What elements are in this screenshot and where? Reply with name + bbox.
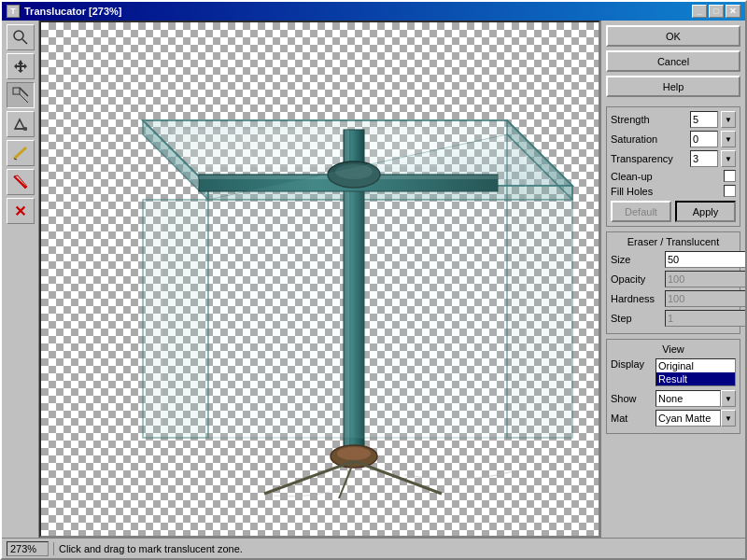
fill-holes-label: Fill Holes	[611, 186, 720, 197]
mat-dropdown-btn[interactable]: ▼	[721, 410, 736, 427]
strength-row: Strength ▼	[611, 111, 736, 128]
cleanup-checkbox[interactable]	[724, 170, 736, 182]
svg-marker-2	[14, 60, 27, 73]
pencil-tool[interactable]	[7, 140, 35, 166]
show-dropdown-btn[interactable]: ▼	[721, 390, 736, 407]
eraser-step-row: Step ▼	[611, 310, 736, 327]
cleanup-row: Clean-up	[611, 170, 736, 182]
mat-dropdown-container: Cyan Matte ▼	[655, 410, 736, 427]
svg-line-8	[14, 147, 26, 159]
display-result[interactable]: Result	[656, 372, 735, 385]
eraser-size-row: Size ▼	[611, 251, 736, 268]
strength-input[interactable]	[690, 111, 718, 128]
main-window: T Translucator [273%] _ □ ✕	[0, 0, 747, 560]
show-row: Show None ▼	[611, 390, 736, 407]
minimize-button[interactable]: _	[692, 5, 707, 18]
status-separator	[53, 542, 54, 555]
fill-holes-row: Fill Holes	[611, 185, 736, 197]
eraser-group-title: Eraser / Translucent	[611, 236, 736, 247]
cleanup-label: Clean-up	[611, 171, 720, 182]
canvas-svg	[49, 36, 591, 522]
eraser-step-input	[665, 310, 745, 327]
transparency-label: Transparency	[611, 153, 687, 164]
saturation-dropdown[interactable]: ▼	[721, 131, 736, 147]
title-bar: T Translucator [273%] _ □ ✕	[2, 2, 745, 21]
mat-value[interactable]: Cyan Matte	[655, 410, 721, 427]
eraser-opacity-row: Opacity ▼	[611, 271, 736, 287]
mat-row: Mat Cyan Matte ▼	[611, 410, 736, 427]
eraser-step-label: Step	[611, 313, 662, 324]
fill-holes-checkbox[interactable]	[724, 185, 736, 197]
mat-label: Mat	[611, 413, 653, 424]
maximize-button[interactable]: □	[709, 5, 724, 18]
title-bar-controls: _ □ ✕	[692, 5, 740, 18]
svg-marker-29	[143, 200, 208, 438]
apply-button[interactable]: Apply	[675, 201, 736, 222]
fill-tool[interactable]	[7, 111, 35, 137]
show-dropdown-container: None ▼	[655, 390, 736, 407]
show-label: Show	[611, 393, 653, 404]
zoom-level: 273%	[7, 541, 49, 556]
canvas-area[interactable]	[39, 21, 600, 538]
display-label: Display	[611, 358, 653, 370]
window-title: Translucator [273%]	[24, 6, 122, 17]
eraser-opacity-label: Opacity	[611, 273, 662, 285]
saturation-label: Saturation	[611, 133, 687, 145]
show-value[interactable]: None	[655, 390, 721, 407]
default-button[interactable]: Default	[611, 201, 671, 222]
settings-group: Strength ▼ Saturation ▼ Transparency ▼	[606, 106, 740, 227]
strength-dropdown[interactable]: ▼	[721, 111, 736, 128]
svg-point-25	[337, 447, 371, 460]
status-message: Click and drag to mark translucent zone.	[59, 543, 243, 554]
app-icon: T	[7, 5, 20, 18]
display-row: Display Original Result	[611, 358, 736, 386]
smudge-tool[interactable]	[7, 169, 35, 195]
svg-point-0	[14, 31, 23, 40]
status-bar: 273% Click and drag to mark translucent …	[2, 538, 745, 558]
eraser-group: Eraser / Translucent Size ▼ Opacity ▼ Ha…	[606, 231, 740, 334]
svg-line-26	[264, 461, 354, 494]
display-list[interactable]: Original Result	[655, 358, 736, 386]
close-button[interactable]: ✕	[726, 5, 740, 18]
eraser-opacity-input	[665, 271, 745, 287]
cancel-button[interactable]: Cancel	[606, 50, 740, 72]
svg-line-1	[22, 39, 27, 44]
svg-rect-3	[13, 88, 20, 94]
eraser-hardness-label: Hardness	[611, 293, 662, 304]
zoom-tool[interactable]	[7, 24, 35, 50]
dialog-buttons: OK Cancel Help	[606, 25, 740, 97]
transparency-dropdown[interactable]: ▼	[721, 150, 736, 167]
view-group: View Display Original Result Show None ▼	[606, 339, 740, 434]
help-button[interactable]: Help	[606, 76, 740, 97]
title-bar-text: T Translucator [273%]	[7, 5, 122, 18]
view-group-title: View	[611, 343, 736, 355]
delete-tool[interactable]: ✕	[7, 198, 35, 224]
saturation-input[interactable]	[690, 131, 718, 147]
saturation-row: Saturation ▼	[611, 131, 736, 147]
brush-tool[interactable]	[7, 82, 35, 108]
eraser-size-input[interactable]	[665, 251, 745, 268]
strength-label: Strength	[611, 114, 687, 125]
transparency-row: Transparency ▼	[611, 150, 736, 167]
move-tool[interactable]	[7, 53, 35, 79]
eraser-hardness-input	[665, 290, 745, 307]
right-panel: OK Cancel Help Strength ▼ Saturation ▼	[600, 21, 745, 538]
eraser-hardness-row: Hardness ▼	[611, 290, 736, 307]
canvas-content	[41, 22, 599, 536]
ok-button[interactable]: OK	[606, 25, 740, 47]
svg-line-9	[14, 159, 17, 160]
display-original[interactable]: Original	[656, 359, 735, 372]
action-buttons: Default Apply	[611, 201, 736, 222]
left-toolbar: ✕	[2, 21, 39, 538]
content-area: ✕	[2, 21, 745, 538]
eraser-size-label: Size	[611, 254, 662, 265]
transparency-input[interactable]	[690, 150, 718, 167]
